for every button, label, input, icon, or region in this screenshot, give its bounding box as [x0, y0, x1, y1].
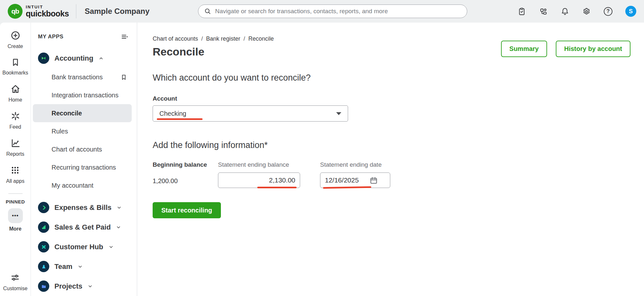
quickbooks-logo-icon: qb [8, 4, 23, 19]
ending-date-input[interactable] [325, 176, 366, 184]
reconcile-fields-row: Beginning balance 1,200.00 Statement end… [153, 161, 630, 189]
notifications-bell-icon [561, 7, 569, 16]
chevron-down-icon [78, 264, 83, 269]
sidebar-app-customer-hub[interactable]: Customer Hub [31, 237, 137, 257]
dropdown-caret-icon [336, 112, 341, 115]
rail-item-reports[interactable]: Reports [6, 138, 24, 157]
company-name: Sample Company [85, 7, 149, 16]
sidebar-app-team[interactable]: Team [31, 257, 137, 276]
beginning-balance-field: Beginning balance 1,200.00 [153, 161, 218, 189]
sidebar-item-bank-transactions[interactable]: Bank transactions [33, 68, 132, 86]
ending-balance-input-box [218, 173, 300, 188]
beginning-balance-value: 1,200.00 [153, 173, 218, 189]
page-actions: Summary History by account [501, 41, 630, 57]
projects-app-icon [38, 281, 49, 292]
sidebar-item-reconcile[interactable]: Reconcile [33, 104, 132, 122]
sidebar-app-expenses-bills[interactable]: Expenses & Bills [31, 198, 137, 217]
ending-date-label: Statement ending date [320, 161, 390, 168]
sidebar-item-recurring-transactions[interactable]: Recurring transactions [33, 158, 132, 176]
calendar-icon[interactable] [369, 176, 378, 185]
search-icon [204, 8, 211, 15]
ending-date-input-box [320, 173, 390, 188]
red-underline-annotation [157, 118, 203, 120]
reports-icon [10, 138, 21, 148]
account-dropdown-value: Checking [159, 110, 186, 117]
global-search[interactable] [198, 5, 467, 18]
tasks-clipboard-button[interactable] [517, 7, 526, 16]
chevron-down-icon [116, 225, 121, 230]
chevron-down-icon [109, 244, 114, 250]
info-section-heading: Add the following information* [153, 140, 630, 150]
home-icon [10, 84, 21, 94]
breadcrumb-bank-register[interactable]: Bank register [206, 35, 240, 42]
search-input[interactable] [215, 8, 461, 15]
account-dropdown[interactable]: Checking [153, 105, 348, 122]
bookmark-icon [120, 74, 127, 81]
accountant-tools-icon [539, 7, 548, 16]
rail-item-more[interactable]: ••• More [8, 208, 23, 232]
team-app-icon [38, 261, 49, 272]
rail-divider [8, 193, 23, 194]
settings-button[interactable] [582, 7, 591, 16]
my-apps-sidebar: MY APPS Accounting Bank transactions [31, 23, 137, 296]
quickbooks-wordmark: INTUIT quickbooks [26, 5, 69, 18]
breadcrumb-current: Reconcile [248, 35, 274, 42]
accounting-app-icon [38, 53, 49, 64]
sidebar-app-sales-get-paid[interactable]: Sales & Get Paid [31, 217, 137, 237]
quickbooks-wordmark-text: quickbooks [26, 10, 69, 18]
customer-hub-app-icon [38, 241, 49, 252]
sidebar-app-accounting[interactable]: Accounting [31, 48, 137, 68]
rail-item-all-apps[interactable]: All apps [6, 165, 24, 184]
notifications-button[interactable] [561, 7, 569, 16]
ending-balance-field: Statement ending balance [218, 161, 320, 188]
more-ellipsis-icon: ••• [8, 208, 23, 223]
tasks-clipboard-icon [517, 7, 526, 16]
red-underline-annotation [257, 187, 297, 188]
nav-rail: Create Bookmarks Home Feed [0, 23, 31, 296]
pinned-section-label: PINNED [6, 199, 25, 204]
user-avatar[interactable]: S [625, 6, 636, 17]
sidebar-item-rules[interactable]: Rules [33, 122, 132, 140]
sidebar-app-projects[interactable]: Projects [31, 276, 137, 296]
main-content: Chart of accounts / Bank register / Reco… [137, 23, 644, 296]
settings-gear-icon [582, 7, 591, 16]
intuit-wordmark: INTUIT [26, 5, 69, 9]
top-header: qb INTUIT quickbooks Sample Company [0, 0, 644, 23]
chevron-up-icon [99, 56, 104, 61]
help-icon: ? [604, 7, 612, 16]
customise-sliders-icon [10, 272, 20, 283]
quickbooks-logo[interactable]: qb INTUIT quickbooks [0, 4, 69, 19]
chevron-down-icon [88, 284, 93, 289]
collapse-sidebar-button[interactable] [121, 33, 128, 41]
start-reconciling-button[interactable]: Start reconciling [153, 202, 221, 218]
red-underline-annotation [323, 186, 371, 189]
history-by-account-button[interactable]: History by account [556, 41, 630, 57]
my-apps-title: MY APPS [38, 34, 63, 40]
ending-balance-input[interactable] [223, 176, 295, 184]
rail-item-feed[interactable]: Feed [9, 111, 21, 130]
accountant-tools-button[interactable] [539, 7, 548, 16]
rail-item-customise[interactable]: Customise [3, 272, 28, 291]
reconcile-question-heading: Which account do you want to reconcile? [153, 73, 630, 83]
sales-get-paid-app-icon [38, 222, 49, 233]
sidebar-header: MY APPS [31, 33, 137, 41]
ending-balance-label: Statement ending balance [218, 161, 320, 168]
bookmark-icon [11, 57, 20, 67]
rail-item-create[interactable]: Create [7, 30, 23, 49]
sidebar-item-my-accountant[interactable]: My accountant [33, 176, 132, 194]
collapse-panel-icon [121, 33, 128, 41]
rail-item-home[interactable]: Home [8, 84, 22, 103]
create-plus-icon [10, 30, 21, 41]
expenses-bills-app-icon [38, 202, 49, 213]
help-button[interactable]: ? [604, 7, 612, 16]
beginning-balance-label: Beginning balance [153, 161, 218, 168]
breadcrumb-chart-of-accounts[interactable]: Chart of accounts [153, 35, 198, 42]
header-divider [76, 4, 76, 18]
summary-button[interactable]: Summary [501, 41, 547, 57]
feed-icon [10, 111, 21, 121]
sidebar-item-integration-transactions[interactable]: Integration transactions [33, 86, 132, 104]
rail-item-bookmarks[interactable]: Bookmarks [2, 57, 28, 76]
sidebar-item-chart-of-accounts[interactable]: Chart of accounts [33, 140, 132, 158]
chevron-down-icon [117, 205, 122, 210]
header-icon-group: ? S [517, 0, 636, 23]
